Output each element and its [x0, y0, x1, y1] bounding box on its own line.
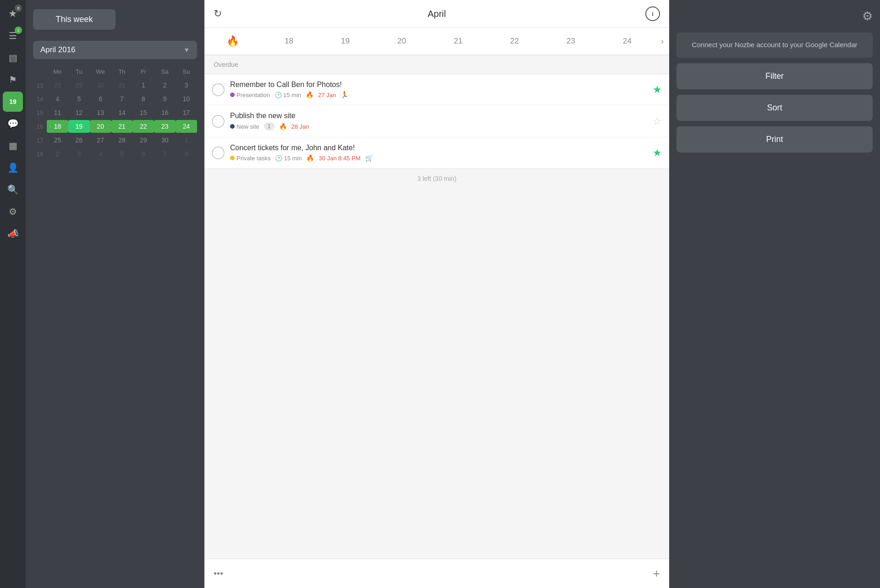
- filter-button[interactable]: Filter: [676, 63, 873, 89]
- day-cell-23[interactable]: 23: [154, 120, 176, 133]
- sort-button[interactable]: Sort: [676, 95, 873, 121]
- task-checkbox-2[interactable]: [212, 115, 225, 128]
- day-cell[interactable]: 8: [176, 147, 197, 160]
- day-cell[interactable]: 13: [90, 106, 111, 119]
- runner-icon-1: 🏃: [341, 91, 348, 98]
- day-cell-19-today[interactable]: 19: [68, 120, 90, 133]
- day-cell[interactable]: 25: [47, 134, 68, 147]
- calendar-week-18: 18 2 3 4 5 6 7 8: [33, 147, 197, 160]
- day-cell[interactable]: 5: [111, 147, 133, 160]
- week-num-16: 16: [33, 123, 47, 130]
- day-cell[interactable]: 4: [47, 93, 68, 105]
- day-cell[interactable]: 1: [132, 79, 154, 92]
- star-button-2[interactable]: ☆: [653, 115, 662, 127]
- day-cell-18[interactable]: 18: [47, 120, 68, 133]
- task-item-3[interactable]: Concert tickets for me, John and Kate! P…: [204, 137, 669, 169]
- projects-icon: ▤: [9, 52, 17, 63]
- day-cell[interactable]: 27: [90, 134, 111, 147]
- day-cell[interactable]: 30: [154, 134, 176, 147]
- day-cell[interactable]: 9: [154, 93, 176, 105]
- task-item-2[interactable]: Publish the new site New site 1 🔥 28 Jan…: [204, 105, 669, 137]
- dots-button[interactable]: •••: [214, 568, 223, 579]
- project-dot-2: [230, 124, 235, 129]
- day-cell[interactable]: 10: [176, 93, 197, 105]
- refresh-button[interactable]: ↻: [214, 8, 222, 20]
- day-header-tu: Tu: [68, 66, 90, 77]
- day-cell[interactable]: 17: [176, 106, 197, 119]
- task-checkbox-1[interactable]: [212, 83, 225, 96]
- star-button-3[interactable]: ★: [653, 147, 662, 159]
- day-cell[interactable]: 15: [132, 106, 154, 119]
- day-cell[interactable]: 16: [154, 106, 176, 119]
- sidebar-item-flags[interactable]: ⚑: [3, 70, 23, 90]
- day-cell-21[interactable]: 21: [111, 120, 133, 133]
- sidebar-item-people[interactable]: 👤: [3, 158, 23, 178]
- day-cell[interactable]: 14: [111, 106, 133, 119]
- date-cell-18[interactable]: 18: [261, 33, 317, 49]
- month-label: April 2016: [40, 45, 76, 54]
- day-cell[interactable]: 3: [176, 79, 197, 92]
- fire-date-icon[interactable]: 🔥: [204, 32, 261, 51]
- day-cell[interactable]: 29: [132, 134, 154, 147]
- day-cell[interactable]: 28: [111, 134, 133, 147]
- day-cell[interactable]: 2: [154, 79, 176, 92]
- print-button[interactable]: Print: [676, 126, 873, 152]
- month-selector[interactable]: April 2016 ▼: [33, 41, 197, 59]
- info-button[interactable]: i: [645, 6, 660, 21]
- day-cell[interactable]: 30: [90, 79, 111, 92]
- task-body-2: Publish the new site New site 1 🔥 28 Jan: [230, 112, 647, 131]
- settings-icon: ⚙: [9, 206, 17, 217]
- gear-settings-button[interactable]: ⚙: [862, 9, 873, 23]
- day-cell[interactable]: 5: [68, 93, 90, 105]
- day-cell[interactable]: 11: [47, 106, 68, 119]
- day-cell[interactable]: 6: [90, 93, 111, 105]
- sidebar-item-calendar[interactable]: 19: [3, 92, 23, 112]
- calendar-title: April: [428, 9, 446, 19]
- date-next-button[interactable]: ›: [655, 33, 669, 50]
- task-title-2: Publish the new site: [230, 112, 647, 120]
- day-cell[interactable]: 12: [68, 106, 90, 119]
- day-cell[interactable]: 28: [47, 79, 68, 92]
- day-cell-20[interactable]: 20: [90, 120, 111, 133]
- week-num-18: 18: [33, 151, 47, 158]
- day-cell[interactable]: 4: [90, 147, 111, 160]
- date-cell-20[interactable]: 20: [374, 33, 430, 49]
- day-cell[interactable]: 31: [111, 79, 133, 92]
- day-cell[interactable]: 29: [68, 79, 90, 92]
- sidebar-item-projects[interactable]: ▤: [3, 48, 23, 68]
- day-cell[interactable]: 7: [154, 147, 176, 160]
- star-button-1[interactable]: ★: [653, 84, 662, 96]
- day-cell[interactable]: 1: [176, 134, 197, 147]
- star-badge: 8: [15, 5, 22, 12]
- date-cell-23[interactable]: 23: [543, 33, 599, 49]
- sidebar-item-megaphone[interactable]: 📣: [3, 223, 23, 244]
- task-item-1[interactable]: Remember to Call Ben for Photos! Present…: [204, 74, 669, 105]
- task-checkbox-3[interactable]: [212, 147, 225, 159]
- task-project-2: New site: [230, 123, 259, 130]
- main-bottom-bar: ••• +: [204, 559, 669, 588]
- date-cell-19[interactable]: 19: [317, 33, 374, 49]
- sidebar-item-inbox[interactable]: ☰ 1: [3, 26, 23, 46]
- sidebar-item-chat[interactable]: 💬: [3, 114, 23, 134]
- day-cell[interactable]: 6: [132, 147, 154, 160]
- clock-icon-1: 🕐: [275, 92, 282, 98]
- sidebar-item-settings[interactable]: ⚙: [3, 201, 23, 222]
- date-cell-22[interactable]: 22: [486, 33, 543, 49]
- this-week-button[interactable]: This week: [33, 9, 116, 30]
- day-cell[interactable]: 2: [47, 147, 68, 160]
- add-task-button[interactable]: +: [653, 566, 660, 581]
- task-time-3: 🕐 15 min: [275, 155, 302, 162]
- day-cell[interactable]: 7: [111, 93, 133, 105]
- project-name-3: Private tasks: [236, 155, 270, 162]
- day-cell[interactable]: 3: [68, 147, 90, 160]
- date-cell-24[interactable]: 24: [599, 33, 655, 49]
- day-cell-22[interactable]: 22: [132, 120, 154, 133]
- sidebar-item-chart[interactable]: ▦: [3, 136, 23, 156]
- date-cell-21[interactable]: 21: [430, 33, 486, 49]
- sidebar-item-star[interactable]: ★ 8: [3, 4, 23, 24]
- day-cell-24[interactable]: 24: [176, 120, 197, 133]
- sidebar-item-search[interactable]: 🔍: [3, 180, 23, 200]
- week-num-17: 17: [33, 137, 47, 144]
- day-cell[interactable]: 8: [132, 93, 154, 105]
- day-cell[interactable]: 26: [68, 134, 90, 147]
